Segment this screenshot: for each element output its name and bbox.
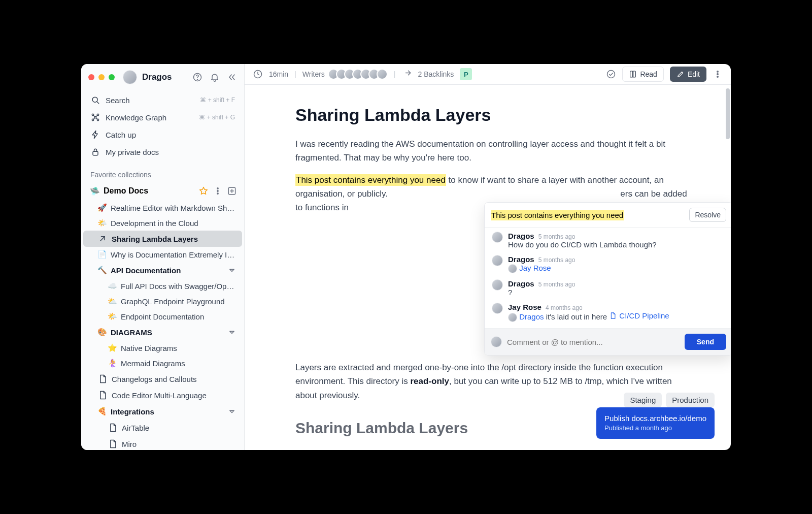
check-circle-icon[interactable] [606, 69, 616, 79]
presence-badge[interactable]: P [460, 68, 472, 80]
resolve-button[interactable]: Resolve [689, 208, 726, 222]
bell-icon[interactable] [210, 72, 220, 82]
sun-cloud-icon: ⛅ [108, 297, 117, 306]
comment-avatar [492, 279, 503, 291]
pizza-icon: 🍕 [97, 407, 107, 416]
comment-text: Dragos it's laid out in here CI/CD Pipel… [508, 311, 669, 322]
paragraph: I was recently reading the AWS documenta… [295, 137, 690, 165]
tree-item-native-diagrams[interactable]: ⭐Native Diagrams [83, 340, 242, 356]
file-icon [97, 374, 108, 384]
writers-label[interactable]: Writers [302, 70, 325, 78]
tree-item-mermaid-diagrams[interactable]: 🧜‍♀️Mermaid Diagrams [83, 356, 242, 371]
tree-item-code-editor[interactable]: Code Editor Multi-Language [83, 387, 242, 403]
backlinks-label[interactable]: 2 Backlinks [418, 70, 454, 78]
comment-list: Dragos5 months ago How do you do CI/CD w… [485, 228, 731, 328]
tree-item-diagrams[interactable]: 🎨DIAGRAMS [83, 324, 242, 340]
sun-icon: 🌤️ [97, 218, 107, 228]
star-icon[interactable] [198, 186, 209, 196]
quoted-text: This post contains everything you need [491, 210, 624, 220]
composer-avatar [491, 336, 502, 347]
more-vertical-icon[interactable] [713, 69, 723, 79]
graph-icon [90, 112, 100, 122]
highlighted-text[interactable]: This post contains everything you need [295, 174, 446, 186]
comment-avatar [492, 232, 503, 243]
hammer-icon: 🔨 [97, 266, 107, 275]
user-mention[interactable]: Jay Rose [519, 264, 551, 272]
topbar: 16min | Writers | 2 Backlinks P Read Edi… [245, 64, 731, 85]
edit-button[interactable]: Edit [670, 67, 706, 82]
tag-production[interactable]: Production [666, 393, 715, 407]
maximize-window-button[interactable] [109, 74, 115, 80]
tree-item-changelogs[interactable]: Changelogs and Callouts [83, 371, 242, 387]
chevron-down-icon[interactable] [227, 406, 237, 416]
tree-item-miro[interactable]: Miro [83, 436, 242, 450]
nav-knowledge-graph[interactable]: Knowledge Graph ⌘ + shift + G [85, 109, 240, 126]
comment-text: Jay Rose [508, 264, 575, 273]
tag-staging[interactable]: Staging [624, 393, 662, 407]
svg-point-10 [217, 190, 218, 191]
svg-point-17 [717, 76, 719, 78]
collection-label: Demo Docs [104, 186, 148, 196]
section-favorites-label: Favorite collections [81, 164, 244, 182]
user-avatar[interactable] [123, 70, 137, 84]
search-icon [90, 95, 100, 105]
mention-avatar [508, 313, 517, 322]
file-icon [108, 439, 118, 449]
lock-icon [90, 147, 100, 157]
tree-item-integrations[interactable]: 🍕Integrations [83, 403, 242, 420]
nav-label: Catch up [106, 131, 136, 139]
comment-item: Dragos5 months ago How do you do CI/CD w… [492, 232, 725, 249]
shortcut-label: ⌘ + shift + F [200, 97, 235, 104]
tree-item-graphql[interactable]: ⛅GraphQL Endpoint Playground [83, 294, 242, 309]
read-time-label: 16min [269, 70, 288, 78]
user-mention[interactable]: Dragos [519, 312, 544, 321]
help-icon[interactable] [192, 72, 202, 82]
publish-button[interactable]: Publish docs.archbee.io/demo Published a… [596, 407, 715, 439]
add-page-icon[interactable] [227, 186, 237, 196]
tree-item-endpoint-doc[interactable]: 🌤️Endpoint Documentation [83, 309, 242, 324]
nav-search[interactable]: Search ⌘ + shift + F [85, 91, 240, 109]
sidebar-header: Dragos [81, 64, 244, 89]
mention-avatar [508, 264, 517, 273]
more-vertical-icon[interactable] [213, 186, 223, 196]
environment-tags: Staging Production [624, 393, 715, 407]
nav-label: Knowledge Graph [106, 113, 166, 122]
page-icon: 📄 [97, 250, 107, 259]
palette-icon: 🎨 [97, 328, 107, 337]
book-icon [629, 70, 637, 78]
read-button[interactable]: Read [622, 67, 663, 82]
doc-tree: 🛸 Demo Docs 🚀Realtime Editor with Markdo… [81, 182, 244, 450]
collapse-sidebar-icon[interactable] [227, 72, 237, 82]
tree-item-swagger[interactable]: ☁️Full API Docs with Swagger/Ope… [83, 278, 242, 294]
doc-link[interactable]: CI/CD Pipeline [609, 311, 669, 320]
nav-label: Search [106, 96, 130, 105]
tree-item-why-documentation[interactable]: 📄Why is Documentation Extremely I… [83, 247, 242, 262]
tree-item-api-documentation[interactable]: 🔨API Documentation [83, 262, 242, 278]
app-window: Dragos Search ⌘ + shift + F Knowledge Gr… [81, 64, 731, 450]
svg-point-15 [717, 71, 719, 73]
username-label: Dragos [142, 72, 172, 82]
file-icon [108, 423, 118, 433]
publish-title: Publish docs.archbee.io/demo [604, 413, 706, 424]
comment-item: Dragos5 months ago Jay Rose [492, 255, 725, 273]
tree-item-airtable[interactable]: AirTable [83, 420, 242, 436]
comment-composer: Send [485, 328, 731, 355]
comment-avatar [492, 255, 503, 266]
send-button[interactable]: Send [685, 334, 726, 350]
collection-demo-docs[interactable]: 🛸 Demo Docs [83, 182, 242, 200]
comment-popover: This post contains everything you need R… [484, 202, 731, 356]
minimize-window-button[interactable] [98, 74, 105, 80]
close-window-button[interactable] [88, 74, 94, 80]
tree-item-realtime-editor[interactable]: 🚀Realtime Editor with Markdown Sho… [83, 200, 242, 215]
tree-item-dev-cloud[interactable]: 🌤️Development in the Cloud [83, 215, 242, 231]
nav-catch-up[interactable]: Catch up [85, 126, 240, 143]
planet-icon: 🛸 [90, 186, 99, 196]
comment-input[interactable] [507, 338, 680, 346]
file-icon [609, 312, 617, 319]
writer-avatars[interactable] [331, 69, 388, 80]
tree-item-sharing-lambda-layers[interactable]: Sharing Lambda Layers [83, 231, 242, 247]
nav-private-docs[interactable]: My private docs [85, 143, 240, 160]
chevron-down-icon[interactable] [227, 327, 237, 337]
comment-item: Dragos5 months ago ? [492, 279, 725, 297]
chevron-down-icon[interactable] [227, 265, 237, 275]
